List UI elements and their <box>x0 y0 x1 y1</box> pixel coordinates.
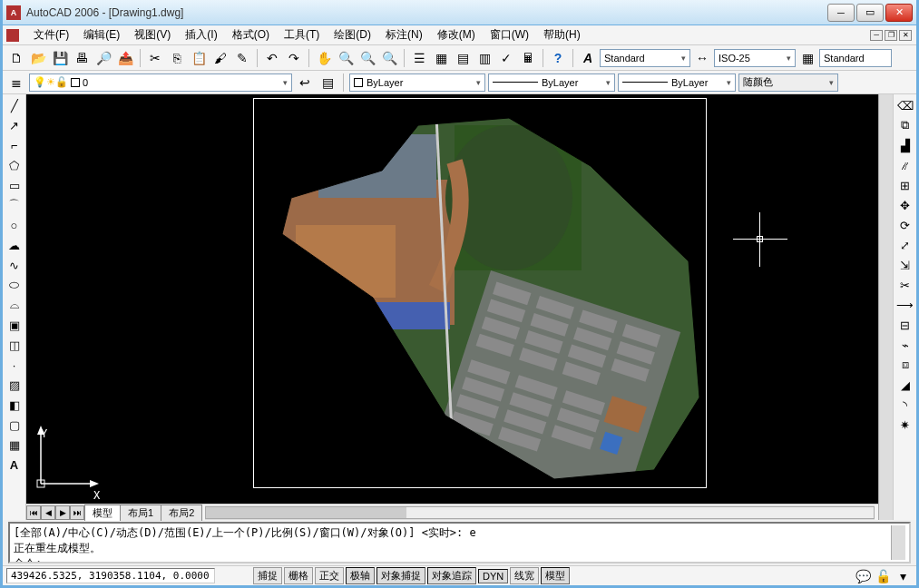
open-icon[interactable]: 📂 <box>28 48 48 68</box>
menu-draw[interactable]: 绘图(D) <box>327 25 378 44</box>
menu-help[interactable]: 帮助(H) <box>536 25 588 44</box>
v-scrollbar[interactable] <box>878 94 893 520</box>
rotate-icon[interactable]: ⟳ <box>896 216 914 234</box>
preview-icon[interactable]: 🔎 <box>93 48 113 68</box>
polyline-icon[interactable]: ⌐ <box>5 136 24 154</box>
maximize-button[interactable]: ▭ <box>856 4 884 22</box>
lineweight-dropdown[interactable]: ByLayer▾ <box>618 74 736 92</box>
plotstyle-dropdown[interactable]: 随颜色▾ <box>738 74 838 92</box>
rectangle-icon[interactable]: ▭ <box>5 176 24 194</box>
coords-display[interactable]: 439426.5325, 3190358.1104, 0.0000 <box>6 568 215 583</box>
lwt-toggle[interactable]: 线宽 <box>510 567 539 584</box>
menu-insert[interactable]: 插入(I) <box>178 25 224 44</box>
circle-icon[interactable]: ○ <box>5 216 24 234</box>
grid-toggle[interactable]: 栅格 <box>284 567 313 584</box>
polygon-icon[interactable]: ⬠ <box>5 156 24 174</box>
mdi-minimize[interactable]: ─ <box>870 30 883 41</box>
toolbar-menu-icon[interactable]: ▾ <box>893 566 913 586</box>
mdi-close[interactable]: ✕ <box>899 30 912 41</box>
ellipse-icon[interactable]: ⬭ <box>5 276 24 294</box>
tablestyle-icon[interactable]: ▦ <box>797 48 817 68</box>
save-icon[interactable]: 💾 <box>50 48 70 68</box>
dimstyle-dropdown[interactable]: ISO-25▾ <box>714 49 796 67</box>
mirror-icon[interactable]: ▟ <box>896 136 914 154</box>
break-icon[interactable]: ⌁ <box>896 336 914 354</box>
fillet-icon[interactable]: ◝ <box>896 396 914 414</box>
model-toggle[interactable]: 模型 <box>541 567 570 584</box>
layer-states-icon[interactable]: ▤ <box>318 73 337 93</box>
h-scrollbar[interactable] <box>205 505 875 520</box>
help-icon[interactable]: ? <box>548 48 568 68</box>
redo-icon[interactable]: ↷ <box>284 48 304 68</box>
tab-layout2[interactable]: 布局2 <box>161 505 202 521</box>
tab-next-icon[interactable]: ▶ <box>55 505 70 520</box>
trim-icon[interactable]: ✂ <box>896 276 914 294</box>
command-window[interactable]: [全部(A)/中心(C)/动态(D)/范围(E)/上一个(P)/比例(S)/窗口… <box>8 522 911 564</box>
zoom-prev-icon[interactable]: 🔍 <box>357 48 377 68</box>
undo-icon[interactable]: ↶ <box>262 48 282 68</box>
tab-layout1[interactable]: 布局1 <box>120 505 161 521</box>
close-button[interactable]: ✕ <box>885 4 913 22</box>
tablestyle-dropdown[interactable]: Standard <box>819 49 892 67</box>
erase-icon[interactable]: ⌫ <box>896 96 914 114</box>
menu-tools[interactable]: 工具(T) <box>277 25 327 44</box>
dimstyle-icon[interactable]: ↔ <box>692 48 712 68</box>
lock-ui-icon[interactable]: 🔓 <box>873 566 893 586</box>
xline-icon[interactable]: ↗ <box>5 116 24 134</box>
textstyle-dropdown[interactable]: Standard▾ <box>600 49 690 67</box>
extend-icon[interactable]: ⟶ <box>896 296 914 314</box>
linetype-dropdown[interactable]: ByLayer▾ <box>488 74 615 92</box>
break-pt-icon[interactable]: ⊟ <box>896 316 914 334</box>
hatch-icon[interactable]: ▨ <box>5 376 24 394</box>
revcloud-icon[interactable]: ☁ <box>5 236 24 254</box>
comm-center-icon[interactable]: 💬 <box>853 566 873 586</box>
arc-icon[interactable]: ⌒ <box>5 196 24 214</box>
menu-view[interactable]: 视图(V) <box>127 25 178 44</box>
menu-modify[interactable]: 修改(M) <box>430 25 483 44</box>
make-block-icon[interactable]: ◫ <box>5 336 24 354</box>
menu-dimension[interactable]: 标注(N) <box>378 25 430 44</box>
array-icon[interactable]: ⊞ <box>896 176 914 194</box>
layer-manager-icon[interactable]: ≣ <box>6 73 26 93</box>
pan-icon[interactable]: ✋ <box>314 48 334 68</box>
publish-icon[interactable]: 📤 <box>115 48 135 68</box>
match-icon[interactable]: 🖌 <box>210 48 230 68</box>
point-icon[interactable]: · <box>5 356 24 374</box>
properties-icon[interactable]: ☰ <box>409 48 429 68</box>
color-dropdown[interactable]: ByLayer▾ <box>349 74 485 92</box>
mtext-icon[interactable]: A <box>5 456 24 474</box>
dyn-toggle[interactable]: DYN <box>478 569 508 583</box>
stretch-icon[interactable]: ⇲ <box>896 256 914 274</box>
menu-format[interactable]: 格式(O) <box>225 25 277 44</box>
menu-window[interactable]: 窗口(W) <box>483 25 536 44</box>
minimize-button[interactable]: ─ <box>827 4 855 22</box>
osnap-toggle[interactable]: 对象捕捉 <box>376 567 425 584</box>
tab-last-icon[interactable]: ⏭ <box>70 505 84 520</box>
tab-first-icon[interactable]: ⏮ <box>26 505 41 520</box>
table-icon[interactable]: ▦ <box>5 436 24 454</box>
otrack-toggle[interactable]: 对象追踪 <box>427 567 476 584</box>
designcenter-icon[interactable]: ▦ <box>431 48 451 68</box>
calc-icon[interactable]: 🖩 <box>518 48 538 68</box>
scale-icon[interactable]: ⤢ <box>896 236 914 254</box>
sheetset-icon[interactable]: ▥ <box>474 48 494 68</box>
explode-icon[interactable]: ✷ <box>896 416 914 434</box>
textstyle-icon[interactable]: A <box>578 48 598 68</box>
line-icon[interactable]: ╱ <box>5 96 24 114</box>
cmd-scrollbar[interactable] <box>891 525 905 560</box>
ortho-toggle[interactable]: 正交 <box>315 567 344 584</box>
spline-icon[interactable]: ∿ <box>5 256 24 274</box>
tab-model[interactable]: 模型 <box>84 505 121 521</box>
mdi-restore[interactable]: ❐ <box>885 30 897 41</box>
gradient-icon[interactable]: ◧ <box>5 396 24 414</box>
chamfer-icon[interactable]: ◢ <box>896 376 914 394</box>
block-editor-icon[interactable]: ✎ <box>232 48 252 68</box>
copy-obj-icon[interactable]: ⧉ <box>896 116 914 134</box>
join-icon[interactable]: ⧈ <box>896 356 914 374</box>
offset-icon[interactable]: ⫽ <box>896 156 914 174</box>
new-icon[interactable]: 🗋 <box>6 48 26 68</box>
layer-previous-icon[interactable]: ↩ <box>295 73 315 93</box>
layer-dropdown[interactable]: 💡 ☀ 🔓 0 ▾ <box>29 74 292 92</box>
cut-icon[interactable]: ✂ <box>145 48 165 68</box>
snap-toggle[interactable]: 捕捉 <box>253 567 282 584</box>
